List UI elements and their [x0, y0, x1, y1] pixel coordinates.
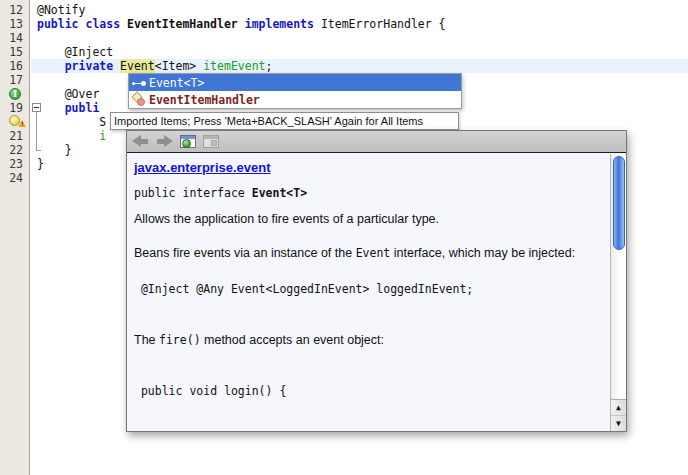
code-completion-popup: Event<T> EventItemHandler — [128, 73, 462, 109]
gutter-line-number[interactable]: 13 — [0, 17, 29, 31]
doc-paragraph: The fire() method accepts an event objec… — [134, 333, 606, 347]
gutter-line-number[interactable]: 22 — [0, 143, 29, 157]
code-line-18[interactable]: @Over — [31, 87, 99, 101]
package-link[interactable]: javax.enterprise.event — [134, 160, 271, 175]
plain-token: <Item> — [155, 59, 203, 73]
interface-declaration: public interface Event<T> — [134, 186, 606, 200]
code-line-16[interactable]: private Event<Item> itemEvent; — [31, 59, 272, 73]
gutter-row-18: I — [0, 87, 29, 101]
doc-code-block: public void login() { ... loggedInEvent.… — [134, 351, 606, 431]
annotation-token: @Notify — [37, 3, 85, 17]
field-token: i — [37, 129, 106, 143]
warning-triangle-icon — [18, 120, 26, 127]
open-in-browser-icon[interactable] — [180, 135, 196, 148]
gutter-line-number[interactable]: 17 — [0, 73, 29, 87]
javadoc-content: javax.enterprise.event public interface … — [127, 154, 610, 431]
editor-gutter: 12 13 14 15 16 17 I 19 21 22 23 24 — [0, 0, 30, 475]
ide-editor-window: 12 13 14 15 16 17 I 19 21 22 23 24 @Noti… — [0, 0, 688, 475]
gutter-line-number[interactable]: 21 — [0, 129, 29, 143]
code-line-21[interactable]: i — [31, 129, 106, 143]
keyword-token: public class — [37, 17, 127, 31]
keyword-token: private — [37, 59, 120, 73]
gutter-line-number[interactable]: 16 — [0, 59, 29, 73]
implements-badge-icon[interactable]: I — [9, 88, 21, 100]
gutter-line-number[interactable]: 23 — [0, 157, 29, 171]
scrollbar-thumb[interactable] — [613, 156, 625, 250]
scroll-up-arrow-icon[interactable]: ▲ — [611, 400, 626, 416]
doc-code-snippet: @Inject @Any Event<LoggedInEvent> logged… — [134, 281, 606, 297]
code-line-23[interactable]: } — [31, 157, 44, 171]
code-line-20[interactable]: S — [31, 115, 106, 129]
back-arrow-icon[interactable] — [132, 135, 149, 148]
doc-paragraph: Beans fire events via an instance of the… — [134, 246, 610, 260]
scroll-down-arrow-icon[interactable]: ▼ — [611, 416, 626, 432]
class-name-token: EventItemHandler — [127, 17, 238, 31]
copy-window-icon[interactable] — [203, 135, 219, 148]
forward-arrow-icon[interactable] — [156, 135, 173, 148]
imported-items-tip: Imported Items; Press 'Meta+BACK_SLASH' … — [110, 112, 459, 130]
keyword-token: publi — [37, 101, 99, 115]
completion-item-label: Event<T> — [149, 76, 204, 90]
gutter-line-number[interactable]: 24 — [0, 171, 29, 185]
class-icon — [131, 93, 149, 107]
javadoc-popup: javax.enterprise.event public interface … — [126, 130, 627, 432]
code-line-19[interactable]: publi — [31, 101, 99, 115]
gutter-line-number[interactable]: 15 — [0, 45, 29, 59]
gutter-line-number[interactable]: 12 — [0, 3, 29, 17]
annotation-token: @Over — [37, 87, 99, 101]
doc-paragraph: Allows the application to fire events of… — [134, 212, 606, 226]
plain-token: S — [37, 115, 106, 129]
code-line-22[interactable]: } — [31, 143, 72, 157]
javadoc-toolbar — [127, 131, 626, 153]
field-token: itemEvent — [203, 59, 265, 73]
vertical-scrollbar[interactable]: ▲ ▼ — [610, 154, 626, 431]
gutter-row-20 — [0, 115, 29, 129]
scrollbar-buttons: ▲ ▼ — [611, 399, 626, 431]
code-line-13[interactable]: public class EventItemHandler implements… — [31, 17, 446, 31]
code-line-12[interactable]: @Notify — [31, 3, 85, 17]
plain-token: ; — [266, 59, 273, 73]
plain-token: } — [37, 143, 72, 157]
gutter-line-number[interactable]: 19 — [0, 101, 29, 115]
annotation-token: @Inject — [37, 45, 113, 59]
interface-icon — [131, 76, 149, 90]
completion-item-event[interactable]: Event<T> — [129, 74, 461, 91]
code-line-15[interactable]: @Inject — [31, 45, 113, 59]
plain-token: ItemErrorHandler { — [314, 17, 446, 31]
gutter-line-number[interactable]: 14 — [0, 31, 29, 45]
highlighted-occurrence-token: Event — [120, 59, 155, 73]
plain-token: } — [37, 157, 44, 171]
keyword-token: implements — [245, 17, 314, 31]
